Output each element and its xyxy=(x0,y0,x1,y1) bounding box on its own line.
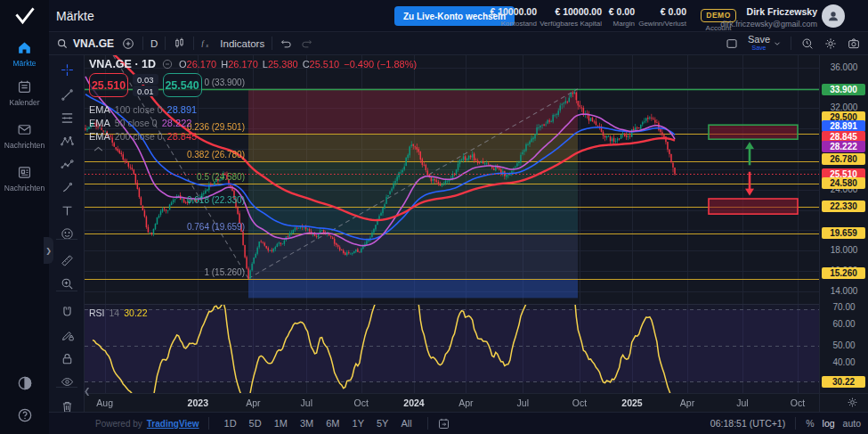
minus-circle-icon[interactable] xyxy=(161,58,174,70)
redo-icon[interactable] xyxy=(300,37,313,50)
save-button[interactable]: Save Save xyxy=(748,36,782,52)
drawing-mode-tool[interactable] xyxy=(57,325,77,345)
clock-label[interactable]: 06:18:51 (UTC+1) xyxy=(710,418,785,429)
trend-line-tool[interactable] xyxy=(57,85,77,104)
undo-icon[interactable] xyxy=(280,37,293,50)
time-axis-label: Aug xyxy=(96,397,113,408)
timeframe-all[interactable]: All xyxy=(401,418,411,429)
page-title: Märkte xyxy=(56,9,94,23)
fib-level-label: 0.5 (24.580) xyxy=(85,172,245,182)
fib-retracement-tool[interactable] xyxy=(57,108,77,127)
time-axis-label: 2025 xyxy=(621,397,642,408)
app-logo[interactable] xyxy=(0,0,49,32)
price-axis-badge: 19.659 xyxy=(822,227,865,239)
toolbar-separator xyxy=(56,387,77,388)
tradingview-link[interactable]: TradingView xyxy=(147,419,199,429)
legend-collapse-icon[interactable] xyxy=(93,145,417,152)
symbol-title[interactable]: VNA.GE · 1D xyxy=(89,58,156,70)
chart-style-icon[interactable] xyxy=(173,37,186,50)
magnet-tool[interactable] xyxy=(57,302,77,322)
percent-scale-button[interactable]: % xyxy=(806,418,814,429)
help-icon[interactable] xyxy=(0,406,49,424)
indicator-legend-ema-50[interactable]: EMA50 close 028.222 xyxy=(89,116,417,129)
layout-icon[interactable] xyxy=(725,37,739,51)
news-icon xyxy=(16,164,33,181)
powered-by-label: Powered by xyxy=(95,419,142,429)
indicator-legend-ema-100[interactable]: EMA100 close 028.891 xyxy=(89,102,417,116)
mail-icon xyxy=(16,121,33,138)
svg-text:f: f xyxy=(202,39,206,47)
trading-app: MärkteKalenderNachrichtenNachrichten Mär… xyxy=(0,0,868,434)
sell-button[interactable]: 25.510 xyxy=(89,73,128,97)
avatar[interactable] xyxy=(822,4,845,28)
crosshair-tool[interactable] xyxy=(57,60,77,79)
quick-search-icon[interactable] xyxy=(800,37,815,51)
hide-drawings-tool[interactable] xyxy=(57,372,77,391)
time-axis-label: Jul xyxy=(736,397,748,408)
brush-tool[interactable] xyxy=(57,177,77,197)
xabcd-pattern-tool[interactable] xyxy=(57,131,77,151)
stat-kontostand: € 10000.00Kontostand xyxy=(490,6,537,28)
emoji-tool[interactable] xyxy=(57,224,77,243)
price-axis-label: 36.000 xyxy=(820,62,868,72)
snapshot-camera-icon[interactable] xyxy=(847,37,861,51)
timeframe-1d[interactable]: 1D xyxy=(224,418,237,429)
compare-add-icon[interactable] xyxy=(121,37,135,51)
symbol-search[interactable]: VNA.GE xyxy=(56,37,114,50)
buy-button[interactable]: 25.540 xyxy=(163,73,202,97)
top-header: Märkte Zu Live-Konto wechseln € 10000.00… xyxy=(49,0,868,32)
calendar-icon xyxy=(16,78,33,95)
pane-collapse-icon[interactable]: ❮ xyxy=(84,387,91,396)
timeframe-1y[interactable]: 1Y xyxy=(353,418,364,429)
timeframe-6m[interactable]: 6M xyxy=(326,418,339,429)
sidebar-item-nachrichten[interactable]: Nachrichten xyxy=(0,121,49,150)
settings-gear-icon[interactable] xyxy=(823,37,838,51)
sidebar-collapse-handle[interactable]: ❯ xyxy=(44,237,53,264)
indicators-button[interactable]: fx Indicators xyxy=(201,37,264,50)
price-axis-badge: 15.260 xyxy=(822,267,865,279)
time-axis-label: Jul xyxy=(517,397,529,408)
price-axis[interactable]: 36.00032.00024.00018.00016.00014.00033.9… xyxy=(819,55,868,412)
stat-margin: € 0.00Margin xyxy=(609,6,635,28)
interval-button[interactable]: D xyxy=(150,38,158,49)
price-axis-badge: 33.900 xyxy=(822,84,865,95)
app-sidebar: MärkteKalenderNachrichtenNachrichten xyxy=(0,0,49,434)
ohlc-c: C25.510 xyxy=(303,59,340,70)
time-axis-settings-icon[interactable] xyxy=(847,397,858,408)
spread-bottom: 0.01 xyxy=(133,86,158,96)
chart-plot-area: VNA.GE · 1D O26.170H26.170L25.380C25.510… xyxy=(85,55,819,412)
time-axis-label: 2023 xyxy=(188,397,208,408)
time-axis-label: Jul xyxy=(301,397,312,408)
ruler-tool[interactable] xyxy=(57,250,77,270)
text-tool[interactable] xyxy=(57,201,77,220)
change-value: −0.490 (−1.88%) xyxy=(344,59,417,70)
auto-scale-button[interactable]: auto xyxy=(843,418,861,429)
rsi-axis-label: 70.00 xyxy=(820,302,868,312)
chart-toolbar: VNA.GE D fx Indicators Save Save xyxy=(49,32,868,55)
timeframe-5d[interactable]: 5D xyxy=(249,418,262,429)
rsi-legend: RSI 14 30.22 xyxy=(89,307,147,318)
go-to-date-icon[interactable] xyxy=(437,417,450,430)
timeframe-5y[interactable]: 5Y xyxy=(377,418,388,429)
home-icon xyxy=(16,39,33,56)
time-axis-label: Apr xyxy=(458,397,473,408)
fib-level-label: 0.618 (22.330) xyxy=(85,195,245,205)
spread-values: 0.03 0.01 xyxy=(133,73,158,97)
rsi-axis-label: 60.00 xyxy=(820,319,868,329)
ohlc-h: H26.170 xyxy=(221,59,258,70)
rsi-axis-label: 40.00 xyxy=(820,357,868,367)
forecast-tool[interactable] xyxy=(57,154,77,174)
theme-icon[interactable] xyxy=(0,374,49,392)
log-scale-button[interactable]: log xyxy=(823,418,835,429)
sidebar-item-märkte[interactable]: Märkte xyxy=(0,39,49,68)
svg-text:x: x xyxy=(206,43,209,48)
sidebar-item-nachrichten-2[interactable]: Nachrichten xyxy=(0,164,49,192)
indicator-legend-ema-200[interactable]: EMA200 close 028.845 xyxy=(89,129,417,143)
sidebar-item-kalender[interactable]: Kalender xyxy=(0,78,49,107)
ohlc-o: O26.170 xyxy=(179,59,216,70)
lock-drawings-tool[interactable] xyxy=(57,348,77,368)
timeframe-3m[interactable]: 3M xyxy=(300,418,313,429)
price-axis-badge: 26.780 xyxy=(822,153,865,165)
user-info[interactable]: Dirk Friczewsky dirk.friczewsky@gmail.co… xyxy=(720,6,817,29)
timeframe-1m[interactable]: 1M xyxy=(274,418,288,429)
